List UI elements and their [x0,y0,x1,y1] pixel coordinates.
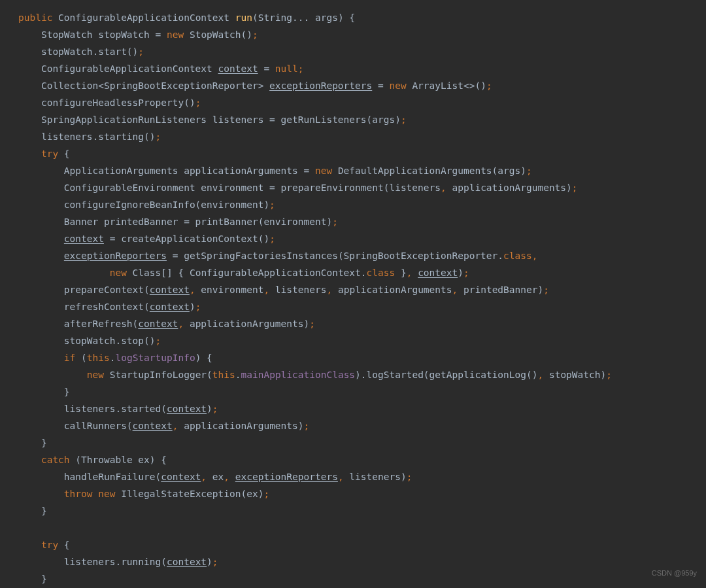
code-line[interactable]: } [18,506,47,516]
code-token: , [537,370,543,380]
code-token: ; [572,182,578,193]
code-token: ; [401,114,407,125]
code-token: , [338,472,344,482]
code-token: ; [156,336,161,346]
code-line[interactable]: configureHeadlessProperty(); [18,97,201,108]
code-token: (Throwable ex) { [70,455,167,465]
code-line[interactable]: stopWatch.stop(); [18,336,161,346]
code-token: , [452,285,458,295]
code-token: context [161,472,201,482]
code-token: run [235,12,252,23]
code-token: ; [407,472,412,482]
code-token: context [133,421,173,431]
code-token: context [167,557,207,567]
code-line[interactable]: Collection<SpringBootExceptionReporter> … [18,80,492,91]
code-token: } [18,387,70,397]
code-token: prepareContext( [18,285,150,295]
code-token: ; [543,285,549,295]
code-token: Banner printedBanner = printBanner(envir… [18,216,332,227]
code-token: listeners [269,285,326,295]
code-line[interactable]: Banner printedBanner = printBanner(envir… [18,216,338,227]
code-token: new [110,268,127,278]
code-token: = [372,80,389,91]
code-token [18,251,64,261]
code-token: SpringApplicationRunListeners listeners … [18,114,401,125]
code-token: null; [275,63,304,74]
code-token: ArrayList<>() [407,80,486,91]
code-line[interactable]: ApplicationArguments applicationArgument… [18,165,532,176]
code-token: , [532,251,538,261]
code-line[interactable]: public ConfigurableApplicationContext ru… [18,12,355,23]
code-line[interactable]: listeners.starting(); [18,131,161,142]
code-line[interactable]: ConfigurableEnvironment environment = pr… [18,182,578,193]
code-line[interactable]: } [18,574,47,584]
code-token: context [64,233,104,244]
code-line[interactable]: StopWatch stopWatch = new StopWatch(); [18,29,258,40]
code-token: (String... args) { [252,12,355,23]
code-token: ; [252,29,258,40]
code-token: ConfigurableApplicationContext [52,12,235,23]
code-line[interactable]: new Class[] { ConfigurableApplicationCon… [18,268,469,278]
code-token: printedBanner) [458,285,543,295]
code-line[interactable]: try { [18,148,70,159]
code-line[interactable]: } [18,387,70,397]
code-editor[interactable]: public ConfigurableApplicationContext ru… [0,9,706,587]
code-token: new [315,165,332,176]
code-line[interactable]: throw new IllegalStateException(ex); [18,489,269,499]
code-line[interactable]: stopWatch.start(); [18,46,144,57]
code-token: exceptionReporters [64,251,167,261]
code-token [18,233,64,244]
code-token: afterRefresh( [18,319,138,329]
code-token: ApplicationArguments applicationArgument… [18,165,315,176]
code-token: ; [195,97,201,108]
code-token [18,455,41,465]
code-token: DefaultApplicationArguments(args) [332,165,526,176]
code-line[interactable]: refreshContext(context); [18,302,201,312]
code-token [18,370,87,380]
code-token: ; [269,199,275,210]
code-line[interactable]: } [18,438,47,448]
code-token: new [87,370,104,380]
code-line[interactable]: catch (Throwable ex) { [18,455,167,465]
code-line[interactable]: afterRefresh(context, applicationArgumen… [18,319,315,329]
code-token: } [395,268,406,278]
code-token: exceptionReporters [235,472,338,482]
code-line[interactable]: ConfigurableApplicationContext context =… [18,63,304,74]
code-line[interactable]: configureIgnoreBeanInfo(environment); [18,199,275,210]
code-token: context [167,404,207,414]
code-token: ; [309,319,315,329]
code-line[interactable]: new StartupInfoLogger(this.mainApplicati… [18,370,612,380]
code-token: configureHeadlessProperty() [18,97,195,108]
code-token: class [367,268,395,278]
code-line[interactable]: listeners.started(context); [18,404,218,414]
code-line[interactable]: SpringApplicationRunListeners listeners … [18,114,407,125]
code-line[interactable]: callRunners(context, applicationArgument… [18,421,309,431]
code-line[interactable]: if (this.logStartupInfo) { [18,353,212,363]
code-token: } [18,574,47,584]
code-token: ; [212,557,218,567]
code-token: ; [304,421,310,431]
code-token: ; [269,233,275,244]
code-token: this [87,353,110,363]
code-line[interactable]: exceptionReporters = getSpringFactoriesI… [18,251,537,261]
watermark-text: CSDN @959y [652,564,697,581]
code-line[interactable]: try { [18,540,70,550]
code-token: listeners.starting() [18,131,156,142]
code-token: stopWatch.start() [18,46,138,57]
code-token: ; [138,46,144,57]
code-line[interactable]: handleRunFailure(context, ex, exceptionR… [18,472,412,482]
code-line[interactable]: prepareContext(context, environment, lis… [18,285,549,295]
code-token: ; [156,131,161,142]
code-token: ) [207,404,212,414]
code-token: ; [606,370,612,380]
code-line[interactable]: context = createApplicationContext(); [18,233,275,244]
code-token: refreshContext( [18,302,150,312]
code-token: class [503,251,532,261]
code-line[interactable]: listeners.running(context); [18,557,218,567]
code-token: , [178,319,184,329]
code-token: context [150,302,190,312]
code-token: } [18,506,47,516]
code-token: applicationArguments [332,285,452,295]
code-token: context [218,63,258,74]
code-token: context [150,285,190,295]
